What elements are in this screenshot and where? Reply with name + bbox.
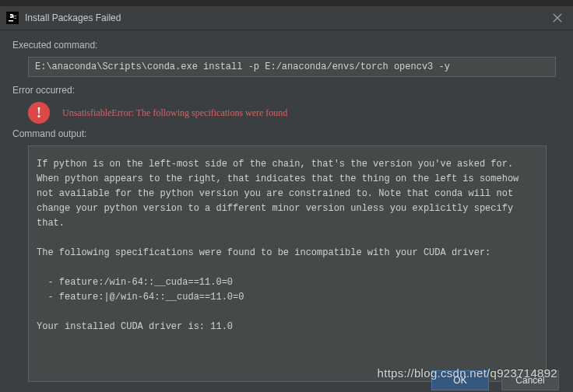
pycharm-icon: C [6,12,19,24]
title-bar: C Install Packages Failed [0,6,573,30]
svg-text:C: C [13,15,17,19]
ok-button[interactable]: OK [431,370,489,390]
executed-command-box[interactable]: E:\anaconda\Scripts\conda.exe install -p… [28,57,556,77]
executed-command-label: Executed command: [12,40,561,51]
dialog-content: Executed command: E:\anaconda\Scripts\co… [0,30,573,382]
error-occurred-label: Error occurred: [12,85,561,96]
svg-rect-2 [9,20,13,22]
editor-strip [0,0,573,6]
button-bar: OK Cancel [0,368,573,392]
error-row: ! UnsatisfiableError: The following spec… [28,102,561,124]
command-output-label: Command output: [12,128,561,139]
command-output-box[interactable]: If python is on the left-most side of th… [28,145,547,382]
error-icon: ! [28,102,50,124]
window-title: Install Packages Failed [25,12,548,23]
cancel-button[interactable]: Cancel [501,370,559,390]
close-icon[interactable] [548,9,567,27]
error-message: UnsatisfiableError: The following specif… [62,107,287,119]
